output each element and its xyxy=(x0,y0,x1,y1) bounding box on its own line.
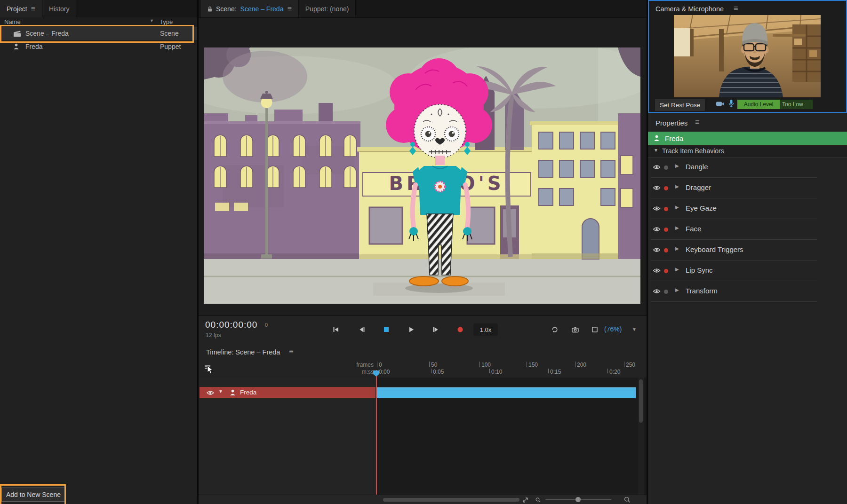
project-column-header[interactable]: Name ▼ Type xyxy=(0,17,197,27)
menu-icon[interactable]: ≡ xyxy=(289,348,293,355)
column-name[interactable]: Name xyxy=(4,18,21,25)
arm-record-dot[interactable] xyxy=(664,290,668,294)
timeline-horizontal-scrollbar[interactable] xyxy=(383,498,519,502)
caret-right-icon[interactable]: ▶ xyxy=(675,246,679,251)
selected-item-bar[interactable]: Freda xyxy=(648,132,847,145)
menu-icon[interactable]: ≡ xyxy=(734,5,738,12)
track-item-bar[interactable] xyxy=(376,387,636,398)
behavior-row-face[interactable]: ▶ Face xyxy=(648,219,847,240)
behavior-row-dragger[interactable]: ▶ Dragger xyxy=(648,178,847,198)
timeline-vertical-scrollbar[interactable] xyxy=(638,378,644,495)
scene-artwork: BRUTO'S xyxy=(204,47,640,304)
tab-scene-prefix: Scene: xyxy=(216,5,237,13)
behavior-row-eye-gaze[interactable]: ▶ Eye Gaze xyxy=(648,198,847,219)
timeline-zoom-handle[interactable] xyxy=(575,497,581,502)
add-to-new-scene-button[interactable]: Add to New Scene xyxy=(1,488,65,502)
fit-timeline-icon[interactable] xyxy=(522,497,528,503)
sort-caret-icon[interactable]: ▼ xyxy=(150,18,154,23)
zoom-out-timeline-icon[interactable] xyxy=(535,497,541,503)
behavior-row-dangle[interactable]: ▶ Dangle xyxy=(648,157,847,178)
caret-down-icon[interactable]: ▼ xyxy=(632,327,637,332)
caret-down-icon[interactable]: ▼ xyxy=(654,148,658,153)
frame-tick: 50 xyxy=(431,362,437,368)
camera-toggle-icon[interactable] xyxy=(716,101,725,107)
arm-record-dot[interactable] xyxy=(664,269,668,273)
caret-right-icon[interactable]: ▶ xyxy=(675,267,679,272)
eye-icon[interactable] xyxy=(653,185,661,190)
eye-icon[interactable] xyxy=(653,227,661,232)
frame-outline-icon[interactable] xyxy=(588,323,602,337)
stop-button[interactable] xyxy=(379,323,393,337)
track-header-freda[interactable]: ▼ Freda xyxy=(200,387,376,398)
arm-record-dot[interactable] xyxy=(664,248,668,252)
audio-level-badge: Audio Level Too Low xyxy=(737,100,813,109)
tab-project-label: Project xyxy=(7,5,27,13)
scene-clapperboard-icon xyxy=(13,30,21,37)
menu-icon[interactable]: ≡ xyxy=(695,118,699,126)
play-button[interactable] xyxy=(404,323,418,337)
caret-right-icon[interactable]: ▶ xyxy=(675,287,679,292)
caret-down-icon[interactable]: ▼ xyxy=(218,389,223,394)
camera-panel-title: Camera & Microphone xyxy=(655,5,724,13)
set-rest-pose-button[interactable]: Set Rest Pose xyxy=(655,99,705,111)
column-type[interactable]: Type xyxy=(160,18,173,25)
project-item-name: Freda xyxy=(25,43,43,50)
mouse-cursor xyxy=(207,365,213,374)
mss-label: m:ss xyxy=(345,369,374,375)
caret-right-icon[interactable]: ▶ xyxy=(675,225,679,230)
frame-tick: 200 xyxy=(577,362,586,368)
tab-project[interactable]: Project ≡ xyxy=(0,0,42,17)
time-tick: 0:10 xyxy=(491,369,502,375)
playback-speed-control[interactable]: 1.0x xyxy=(473,323,498,336)
project-row-scene[interactable]: Scene – Freda Scene xyxy=(0,27,197,40)
tab-scene[interactable]: Scene: Scene – Freda ≡ xyxy=(201,0,299,17)
timeline-ruler[interactable]: frames m:ss 0 50 100 150 200 250 0:00 0:… xyxy=(199,361,647,378)
timeline-lanes[interactable]: ▼ Freda xyxy=(199,378,647,495)
eye-icon[interactable] xyxy=(207,390,214,395)
section-title: Track Item Behaviors xyxy=(662,147,724,155)
record-button[interactable] xyxy=(453,323,467,337)
project-item-name: Scene – Freda xyxy=(25,30,69,37)
frame-counter: 0 xyxy=(265,322,268,328)
arm-record-dot[interactable] xyxy=(664,165,668,170)
behavior-name: Keyboard Triggers xyxy=(686,245,743,253)
project-row-puppet[interactable]: Freda Puppet xyxy=(0,40,197,53)
caret-right-icon[interactable]: ▶ xyxy=(675,184,679,189)
behavior-row-transform[interactable]: ▶ Transform xyxy=(648,281,847,302)
behavior-row-keyboard-triggers[interactable]: ▶ Keyboard Triggers xyxy=(648,240,847,260)
caret-right-icon[interactable]: ▶ xyxy=(675,205,679,210)
eye-icon[interactable] xyxy=(653,206,661,211)
next-frame-button[interactable] xyxy=(429,323,443,337)
menu-icon[interactable]: ≡ xyxy=(31,5,35,13)
eye-icon[interactable] xyxy=(653,289,661,294)
zoom-in-timeline-icon[interactable] xyxy=(624,496,631,503)
timecode-display[interactable]: 00:00:00:00 xyxy=(205,320,257,330)
tab-puppet[interactable]: Puppet: (none) xyxy=(299,0,356,17)
scene-stage[interactable]: BRUTO'S xyxy=(204,47,640,304)
eye-icon[interactable] xyxy=(653,268,661,273)
playhead-line[interactable] xyxy=(376,370,377,495)
arm-record-dot[interactable] xyxy=(664,207,668,211)
loop-icon[interactable] xyxy=(548,323,562,337)
selected-item-name: Freda xyxy=(665,134,683,142)
caret-right-icon[interactable]: ▶ xyxy=(675,163,679,168)
tab-history[interactable]: History xyxy=(42,0,77,17)
behavior-row-lip-sync[interactable]: ▶ Lip Sync xyxy=(648,260,847,281)
previous-frame-button[interactable] xyxy=(355,323,369,337)
track-item-behaviors-section[interactable]: ▼ Track Item Behaviors xyxy=(648,145,847,158)
audio-level-status: Too Low xyxy=(780,100,813,109)
time-tick: 0:15 xyxy=(550,369,561,375)
frame-tick: 150 xyxy=(528,362,538,368)
eye-icon[interactable] xyxy=(653,247,661,252)
viewer-zoom-level[interactable]: (76%) xyxy=(604,325,622,333)
arm-record-dot[interactable] xyxy=(664,186,668,190)
eye-icon[interactable] xyxy=(653,165,661,170)
snapshot-icon[interactable] xyxy=(568,323,582,337)
time-tick: 0:05 xyxy=(433,369,444,375)
arm-record-dot[interactable] xyxy=(664,228,668,232)
microphone-toggle-icon[interactable] xyxy=(728,99,735,108)
go-to-start-button[interactable] xyxy=(329,323,343,337)
frame-tick: 0 xyxy=(379,362,382,368)
menu-icon[interactable]: ≡ xyxy=(287,5,291,13)
scrollbar-thumb[interactable] xyxy=(639,379,643,423)
